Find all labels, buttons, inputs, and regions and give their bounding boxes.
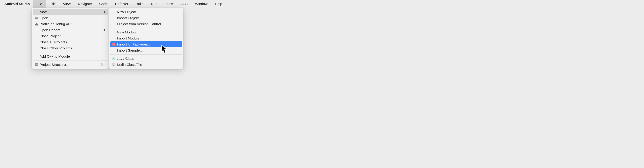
- menubar: Android Studio File Edit View Navigate C…: [0, 0, 644, 8]
- menubar-item-vcs[interactable]: VCS: [177, 0, 191, 8]
- svg-text:c: c: [113, 57, 114, 60]
- menubar-item-run[interactable]: Run: [147, 0, 161, 8]
- menubar-item-code[interactable]: Code: [96, 0, 111, 8]
- file-menu-add-cpp-module-label: Add C++ to Module: [40, 54, 106, 59]
- menubar-item-view[interactable]: View: [59, 0, 74, 8]
- svg-rect-0: [35, 63, 36, 66]
- new-menu-import-project-label: Import Project...: [117, 16, 180, 20]
- menubar-item-build[interactable]: Build: [132, 0, 147, 8]
- file-menu-close-other-projects-label: Close Other Projects: [40, 46, 106, 50]
- file-menu-project-structure[interactable]: Project Structure... ⌘ ;: [33, 62, 108, 68]
- file-menu-new[interactable]: New: [33, 9, 108, 15]
- menubar-item-tools[interactable]: Tools: [161, 0, 177, 8]
- new-menu-new-module[interactable]: New Module...: [110, 29, 182, 35]
- new-menu-java-class-label: Java Class: [117, 57, 180, 61]
- new-menu-kotlin-class-file[interactable]: Kotlin Class/File: [110, 62, 182, 68]
- chevron-right-icon: [104, 10, 106, 14]
- file-menu-project-structure-shortcut: ⌘ ;: [101, 63, 106, 67]
- file-menu-close-project-label: Close Project: [40, 34, 106, 38]
- new-menu-import-sample[interactable]: Import Sample...: [110, 47, 182, 53]
- menubar-item-window[interactable]: Window: [191, 0, 211, 8]
- new-menu-kotlin-class-file-label: Kotlin Class/File: [117, 63, 180, 67]
- kotlin-file-icon: [112, 63, 117, 66]
- file-menu-new-label: New: [40, 10, 104, 14]
- new-menu-project-from-vcs-label: Project from Version Control...: [117, 22, 180, 26]
- menubar-item-navigate[interactable]: Navigate: [74, 0, 96, 8]
- new-menu-import-module[interactable]: Import Module...: [110, 35, 182, 41]
- menubar-item-refactor[interactable]: Refactor: [111, 0, 132, 8]
- menu-separator: [110, 28, 182, 28]
- new-menu-import-sample-label: Import Sample...: [117, 48, 180, 52]
- relay-icon: [112, 43, 117, 46]
- new-menu-java-class[interactable]: c Java Class: [110, 56, 182, 62]
- new-menu-dropdown: New Project... Import Project... Project…: [109, 8, 184, 69]
- file-menu-close-project[interactable]: Close Project: [33, 33, 108, 39]
- svg-rect-6: [112, 63, 115, 66]
- new-menu-new-project[interactable]: New Project...: [110, 9, 182, 15]
- new-menu-import-project[interactable]: Import Project...: [110, 15, 182, 21]
- file-menu-close-other-projects[interactable]: Close Other Projects: [33, 45, 108, 51]
- chevron-right-icon: [104, 28, 106, 32]
- menubar-item-help[interactable]: Help: [211, 0, 226, 8]
- file-menu-profile-debug-apk-label: Profile or Debug APK: [40, 22, 106, 26]
- file-menu-open-recent-label: Open Recent: [40, 28, 104, 32]
- file-menu-close-all-projects[interactable]: Close All Projects: [33, 39, 108, 45]
- file-menu-open-recent[interactable]: Open Recent: [33, 27, 108, 33]
- profile-icon: [34, 22, 40, 26]
- app-name: Android Studio: [1, 0, 33, 8]
- file-menu-add-cpp-module[interactable]: Add C++ to Module: [33, 53, 108, 60]
- new-menu-import-module-label: Import Module...: [117, 36, 180, 40]
- svg-rect-1: [36, 63, 38, 65]
- file-menu-open[interactable]: Open...: [33, 15, 108, 21]
- file-menu-dropdown: New Open... Profile or Debug APK Open Re…: [32, 8, 109, 69]
- menubar-item-edit[interactable]: Edit: [46, 0, 59, 8]
- new-menu-project-from-vcs[interactable]: Project from Version Control...: [110, 21, 182, 27]
- file-menu-close-all-projects-label: Close All Projects: [40, 40, 106, 44]
- new-menu-new-module-label: New Module...: [117, 30, 180, 34]
- java-class-icon: c: [112, 57, 117, 60]
- menubar-item-file[interactable]: File: [33, 0, 46, 8]
- new-menu-import-ui-packages[interactable]: Import UI Packages...: [110, 41, 182, 47]
- file-menu-open-label: Open...: [40, 16, 106, 20]
- folder-open-icon: [34, 17, 40, 20]
- svg-rect-2: [36, 65, 38, 66]
- new-menu-import-ui-packages-label: Import UI Packages...: [117, 42, 180, 46]
- file-menu-profile-debug-apk[interactable]: Profile or Debug APK: [33, 21, 108, 27]
- new-menu-new-project-label: New Project...: [117, 10, 180, 14]
- file-menu-project-structure-label: Project Structure...: [40, 63, 99, 67]
- project-structure-icon: [34, 63, 40, 66]
- menu-separator: [110, 54, 182, 55]
